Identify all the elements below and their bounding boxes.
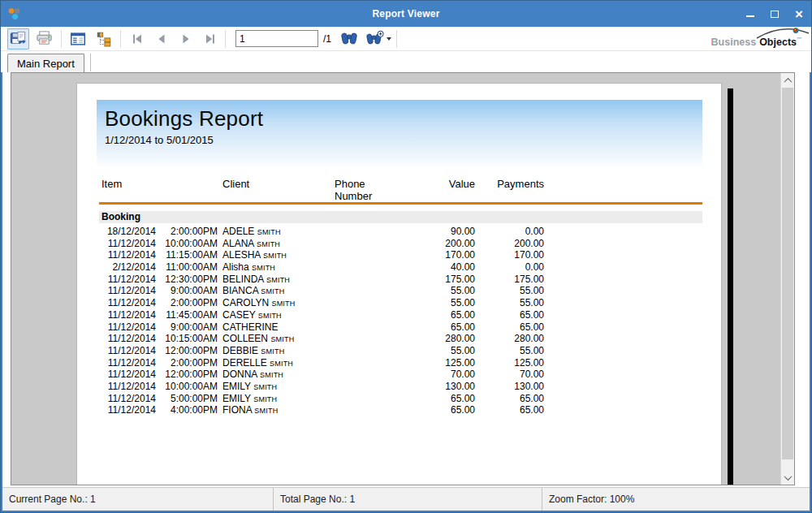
cell-time: 2:00:00PM xyxy=(156,226,218,239)
cell-payments: 170.00 xyxy=(475,249,544,262)
page-count-label: /1 xyxy=(323,33,331,45)
cell-client: DEBBIE Smith xyxy=(218,345,335,358)
print-icon xyxy=(35,29,54,48)
report-viewport: Bookings Report 1/12/2014 to 5/01/2015 I… xyxy=(11,72,795,485)
cell-payments: 70.00 xyxy=(475,369,544,382)
minimize-button[interactable] xyxy=(738,1,762,27)
cell-value: 55.00 xyxy=(416,285,475,298)
booking-row: 11/12/2014 11:45:00AM CASEY Smith 65.00 … xyxy=(99,309,721,321)
cell-value: 90.00 xyxy=(416,226,475,239)
booking-row: 11/12/2014 10:00:00AM EMILY Smith 130.00… xyxy=(99,381,721,393)
next-page-button[interactable] xyxy=(175,29,197,49)
toolbar-separator xyxy=(61,30,62,48)
cell-client: Alisha Smith xyxy=(218,261,335,274)
cell-client: COLLEEN Smith xyxy=(218,333,335,346)
scroll-up-button[interactable] xyxy=(781,74,794,87)
scroll-down-button[interactable] xyxy=(781,471,794,484)
cell-date: 11/12/2014 xyxy=(99,297,156,310)
cell-client: CAROLYN Smith xyxy=(218,297,335,310)
booking-row: 11/12/2014 2:00:00PM CAROLYN Smith 55.00… xyxy=(99,297,721,309)
cell-time: 10:00:00AM xyxy=(156,381,218,394)
print-button[interactable] xyxy=(33,28,55,50)
cell-time: 9:00:00AM xyxy=(156,321,218,334)
previous-page-icon xyxy=(153,31,170,47)
booking-row: 11/12/2014 9:00:00AM BIANCA Smith 55.00 … xyxy=(99,285,721,297)
cell-client: BELINDA Smith xyxy=(218,274,335,287)
cell-phone xyxy=(335,297,416,310)
group-tree-icon xyxy=(95,30,113,48)
cell-phone xyxy=(335,249,416,262)
cell-time: 12:00:00PM xyxy=(156,369,218,382)
cell-phone xyxy=(335,226,416,239)
scrollbar-thumb[interactable] xyxy=(782,88,793,459)
cell-time: 11:00:00AM xyxy=(156,261,218,274)
cell-client: DONNA Smith xyxy=(218,369,335,382)
close-button[interactable]: × xyxy=(787,1,811,27)
find-button[interactable] xyxy=(338,28,360,50)
cell-date: 11/12/2014 xyxy=(99,345,156,358)
status-current-page: Current Page No.: 1 xyxy=(2,488,274,511)
first-page-icon xyxy=(129,31,145,47)
vertical-scrollbar[interactable] xyxy=(780,73,794,485)
report-header-band: Bookings Report 1/12/2014 to 5/01/2015 xyxy=(97,100,702,169)
cell-value: 55.00 xyxy=(416,297,475,310)
previous-page-button[interactable] xyxy=(150,29,173,49)
page-number-input[interactable] xyxy=(235,30,318,47)
logo-text-business: Business xyxy=(711,37,757,48)
cell-date: 2/12/2014 xyxy=(99,261,156,274)
cell-date: 11/12/2014 xyxy=(99,381,156,394)
minimize-icon xyxy=(746,15,754,17)
window-title: Report Viewer xyxy=(1,8,811,19)
toolbar-separator xyxy=(396,30,397,48)
cell-time: 4:00:00PM xyxy=(156,404,218,417)
cell-client: ALANA Smith xyxy=(218,238,335,251)
cell-phone xyxy=(335,393,416,406)
cell-phone xyxy=(335,381,416,394)
cell-payments: 65.00 xyxy=(475,309,544,322)
cell-value: 70.00 xyxy=(416,369,475,382)
tab-label: Main Report xyxy=(17,58,75,70)
cell-phone xyxy=(335,345,416,358)
header-rule xyxy=(99,202,702,205)
cell-payments: 55.00 xyxy=(475,297,544,310)
first-page-button[interactable] xyxy=(126,29,149,49)
last-page-icon xyxy=(202,31,218,47)
booking-row: 11/12/2014 10:15:00AM COLLEEN Smith 280.… xyxy=(99,333,721,345)
cell-client: ALESHA Smith xyxy=(218,249,335,262)
toggle-group-tree-button[interactable] xyxy=(67,28,89,50)
cell-payments: 65.00 xyxy=(475,404,544,417)
cell-value: 175.00 xyxy=(416,274,475,287)
next-page-icon xyxy=(178,31,194,47)
business-objects-logo: Business Objects™ xyxy=(711,37,801,48)
export-button[interactable] xyxy=(7,28,29,50)
titlebar: Report Viewer × xyxy=(1,1,811,27)
status-zoom-factor: Zoom Factor: 100% xyxy=(542,488,810,511)
cell-date: 18/12/2014 xyxy=(99,226,156,239)
cell-client: ADELE Smith xyxy=(218,226,335,239)
status-bar: Current Page No.: 1 Total Page No.: 1 Zo… xyxy=(2,487,810,511)
last-page-button[interactable] xyxy=(199,29,222,49)
cell-time: 2:00:00PM xyxy=(156,297,218,310)
report-date-range: 1/12/2014 to 5/01/2015 xyxy=(105,134,702,146)
column-header-payments: Payments xyxy=(475,179,544,202)
cell-date: 11/12/2014 xyxy=(99,285,156,298)
cell-phone xyxy=(335,274,416,287)
booking-row: 11/12/2014 10:00:00AM ALANA Smith 200.00… xyxy=(99,238,721,250)
maximize-button[interactable] xyxy=(762,1,787,27)
tab-main-report[interactable]: Main Report xyxy=(7,54,84,72)
group-tree-button[interactable] xyxy=(93,28,114,50)
column-header-client: Client xyxy=(218,179,335,202)
cell-payments: 65.00 xyxy=(475,321,544,334)
find-icon xyxy=(340,30,358,47)
tab-bar: Main Report xyxy=(1,51,811,72)
cell-phone xyxy=(335,285,416,298)
column-headers: Item Client Phone Number Value Payments xyxy=(99,179,721,202)
cell-date: 11/12/2014 xyxy=(99,357,156,370)
report-page: Bookings Report 1/12/2014 to 5/01/2015 I… xyxy=(76,83,722,485)
cell-phone xyxy=(335,369,416,382)
zoom-dropdown-caret-icon[interactable] xyxy=(387,37,391,41)
cell-time: 5:00:00PM xyxy=(156,393,218,406)
cell-date: 11/12/2014 xyxy=(99,333,156,346)
zoom-button[interactable] xyxy=(364,28,386,50)
cell-phone xyxy=(335,309,416,322)
